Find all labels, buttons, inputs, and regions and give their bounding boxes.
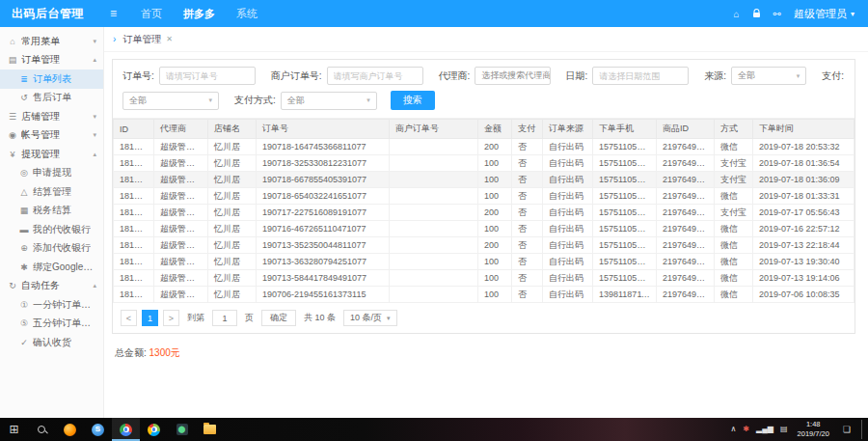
next-page-button[interactable]: > [163,310,179,326]
table-row[interactable]: 181364超级管理员忆川居190718-667855405391077100否… [114,172,854,188]
nav-item-pinduoduo[interactable]: 拼多多 [183,7,215,21]
col-agent[interactable]: 代理商 [154,120,208,139]
cell-phone: 15751105120 [593,254,657,270]
cell-id: 181364 [114,172,154,188]
show-desktop-button[interactable] [861,420,865,439]
page-size-select[interactable]: 10 条/页 ▾ [343,310,397,326]
cell-order-source: 自行出码 [543,172,593,188]
taskbar-file-explorer-icon[interactable] [196,418,224,441]
sidebar-item-five-minute-order-pay[interactable]: ⑤五分钟订单支付 [0,315,103,334]
date-range-input[interactable] [592,67,689,85]
col-id[interactable]: ID [114,120,154,139]
page-1-button[interactable]: 1 [142,310,158,326]
sidebar-item-shop-management[interactable]: ☰店铺管理▾ [0,107,103,126]
col-order-time[interactable]: 下单时间 [753,120,854,139]
cell-shop-name: 忆川居 [208,270,257,287]
home-icon[interactable]: ⌂ [734,9,740,19]
taskbar-chrome-icon[interactable] [112,418,140,441]
sidebar-item-bind-google-auth[interactable]: ✱绑定Google验证器 [0,258,103,277]
table-row[interactable]: 181357超级管理员忆川居190706-219455161373115100否… [114,287,854,303]
search-button[interactable]: 搜索 [391,91,435,110]
table-row[interactable]: 181366超级管理员忆川居190718-164745366811077200否… [114,139,854,155]
sidebar-item-withdraw-management[interactable]: ¥提现管理▴ [0,145,103,164]
taskbar-start-icon[interactable]: ⊞ [0,418,28,441]
tab-order-management[interactable]: 订单管理 ✕ [122,33,173,46]
taskbar-wechat-icon[interactable]: ⬤ [168,418,196,441]
sidebar-item-aftersale-orders[interactable]: ↺售后订单 [0,89,103,108]
agent-select[interactable]: 选择或搜索代理商▾ [475,67,550,85]
notifications-icon[interactable]: ❏ [839,425,854,434]
nav-item-system[interactable]: 系统 [236,7,258,21]
sidebar-item-one-minute-order-pay[interactable]: ①一分钟订单支付 [0,295,103,315]
taskbar-firefox-icon[interactable] [56,418,84,441]
order-no-input[interactable] [159,67,256,85]
security-app-icon[interactable]: ✱ [743,426,749,433]
cell-amount: 100 [478,188,512,205]
cell-pay-method: 微信 [715,270,753,287]
theme-icon[interactable]: ⚯ [773,9,781,19]
sidebar-item-my-collection-bank[interactable]: ▬我的代收银行 [0,220,103,239]
col-order-source[interactable]: 订单来源 [543,120,593,139]
col-product-id[interactable]: 商品ID [657,120,715,139]
nav-item-home[interactable]: 首页 [141,7,162,21]
sidebar-item-apply-withdraw[interactable]: ◎申请提现 [0,164,103,183]
sidebar-item-auto-tasks[interactable]: ↻自动任务▴ [0,277,103,296]
table-row[interactable]: 181363超级管理员忆川居190718-654032241651077100否… [114,188,854,205]
ime-icon[interactable]: ▤ [780,426,788,433]
col-pay-method[interactable]: 方式 [715,120,753,139]
goto-confirm-button[interactable]: 确定 [261,310,296,326]
sidebar-item-add-collection-bank[interactable]: ⊕添加代收银行 [0,239,103,259]
col-amount[interactable]: 金额 [478,120,512,139]
col-order-no[interactable]: 订单号 [257,120,390,139]
start-glyph: ⊞ [9,423,18,436]
table-row[interactable]: 181365超级管理员忆川居190718-325330812231077100否… [114,155,854,172]
col-shop-name[interactable]: 店铺名 [208,120,257,139]
filter-row-1: 订单号:商户订单号:代理商:选择或搜索代理商▾日期:来源:全部▾支付: [117,67,849,85]
pay-method-select[interactable]: 全部▾ [281,92,377,110]
prev-page-button[interactable]: < [121,310,137,326]
taskbar-sogou-browser-icon[interactable]: S [84,418,112,441]
network-icon[interactable]: ▂▄▆ [756,426,773,433]
table-row[interactable]: 181360超级管理员忆川居190713-352350044811077200否… [114,237,854,254]
col-paid[interactable]: 支付 [512,120,543,139]
table-row[interactable]: 181359超级管理员忆川居190713-363280794251077100否… [114,254,854,270]
filter-row-2: 全部▾支付方式:全部▾ 搜索 [117,91,849,110]
sidebar-item-tax-settlement[interactable]: ▦税务结算 [0,202,103,221]
cell-id: 181360 [114,237,154,254]
table-row[interactable]: 181361超级管理员忆川居190716-467265110471077100否… [114,221,854,237]
cell-order-time: 2019-07-16 22:57:12 [753,221,854,237]
tab-close-icon[interactable]: ✕ [166,35,173,43]
source-select[interactable]: 全部▾ [731,67,806,85]
paid-select[interactable]: 全部▾ [122,92,219,110]
sidebar-item-confirm-receipt[interactable]: ✓确认收货 [0,333,103,352]
merchant-order-no-input[interactable] [327,67,423,85]
chevron-down-icon: ▾ [797,72,800,80]
tab-scroll-icon[interactable]: › [113,34,116,44]
cell-merchant-order-no [390,205,478,221]
table-row[interactable]: 181358超级管理员忆川居190713-584417849491077100否… [114,270,854,287]
sidebar-item-label: 税务结算 [33,204,71,217]
tax-icon: ▦ [18,206,30,215]
pay-method-value: 全部 [287,95,305,107]
sidebar-toggle-icon[interactable]: ≡ [110,7,117,20]
sidebar-item-order-management[interactable]: ▤订单管理▴ [0,51,103,70]
taskbar-clock[interactable]: 1:48 2019/7/20 [795,420,832,439]
chevron-up-icon[interactable]: ∧ [730,426,736,433]
cell-agent: 超级管理员 [154,205,208,221]
table-row[interactable]: 181362超级管理员忆川居190717-227516089191077200否… [114,205,854,221]
user-menu[interactable]: 超级管理员 ▾ [794,7,854,21]
cell-order-source: 自行出码 [543,237,593,254]
sidebar-item-account-management[interactable]: ◉帐号管理▾ [0,126,103,146]
sidebar-item-settlement-management[interactable]: △结算管理 [0,182,103,202]
lock-icon[interactable] [752,9,761,18]
col-merchant-order-no[interactable]: 商户订单号 [390,120,478,139]
cell-product-id: 21976497... [657,221,715,237]
cell-agent: 超级管理员 [154,155,208,172]
taskbar-360-browser-icon[interactable] [140,418,168,441]
sidebar-item-order-list[interactable]: ≣订单列表 [0,69,103,89]
goto-page-input[interactable] [212,310,237,326]
cell-phone: 15751105120 [593,221,657,237]
col-phone[interactable]: 下单手机 [593,120,657,139]
taskbar-search-icon[interactable] [28,418,56,441]
sidebar-item-common-menu[interactable]: ⌂常用菜单▾ [0,32,103,51]
